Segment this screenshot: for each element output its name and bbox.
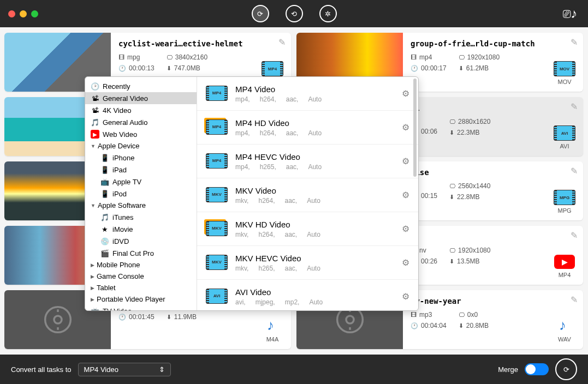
output-label: MOV bbox=[554, 79, 575, 85]
category-label: Game Console bbox=[97, 272, 144, 280]
subcategory-iphone[interactable]: 📱iPhone bbox=[85, 152, 197, 164]
subcategory-ipod[interactable]: 📱iPod bbox=[85, 188, 197, 200]
output-format[interactable]: M4A bbox=[262, 318, 283, 343]
category-game-console[interactable]: Game Console bbox=[85, 271, 197, 282]
format-name: MKV HEVC Video bbox=[235, 254, 402, 263]
edit-icon[interactable]: ✎ bbox=[571, 37, 578, 47]
format-icon: MKV bbox=[206, 187, 228, 203]
subcategory-idvd[interactable]: 💿iDVD bbox=[85, 235, 197, 247]
global-format-value: MP4 Video bbox=[84, 365, 118, 374]
edit-icon[interactable]: ✎ bbox=[571, 295, 578, 305]
file-info: ✎f🎞nv🕐00:26🖵1920x1080⬇13.5MB▶MP4 bbox=[403, 226, 583, 285]
category-portable-video-player[interactable]: Portable Video Player bbox=[85, 293, 197, 305]
global-format-select[interactable]: MP4 Video ⇕ bbox=[78, 363, 171, 376]
category-general-audio[interactable]: 🎵General Audio bbox=[85, 116, 197, 128]
file-size: 22.8MB bbox=[457, 193, 479, 201]
output-label: MPG bbox=[554, 207, 575, 214]
category-tablet[interactable]: Tablet bbox=[85, 282, 197, 293]
subcategory-label: iPhone bbox=[112, 154, 134, 162]
edit-icon[interactable]: ✎ bbox=[571, 101, 578, 112]
file-resolution: 1920x1080 bbox=[467, 53, 500, 61]
convert-mode[interactable]: ⟳ bbox=[252, 5, 269, 22]
file-format: mp4 bbox=[419, 53, 432, 61]
file-info: ✎al🎞🕐00:06🖵2880x1620⬇22.3MBAVIAVI bbox=[403, 97, 583, 156]
minimize-window[interactable] bbox=[20, 10, 27, 17]
file-duration: 00:00:13 bbox=[129, 64, 155, 72]
category-4k-video[interactable]: 📽4K Video bbox=[85, 104, 197, 116]
subcategory-label: iDVD bbox=[112, 237, 129, 245]
download-mode[interactable]: ⟲ bbox=[286, 5, 303, 22]
gear-icon[interactable]: ⚙ bbox=[402, 224, 409, 234]
subcategory-itunes[interactable]: 🎵iTunes bbox=[85, 211, 197, 223]
output-format[interactable]: WAV bbox=[554, 318, 575, 343]
size-icon: ⬇ bbox=[167, 314, 171, 321]
subcategory-ipad[interactable]: 📱iPad bbox=[85, 164, 197, 176]
close-window[interactable] bbox=[8, 10, 15, 17]
format-name: AVI Video bbox=[235, 287, 402, 297]
video-format-icon: MOV bbox=[554, 61, 575, 76]
category-label: General Audio bbox=[103, 118, 147, 127]
scrollbar[interactable] bbox=[413, 79, 417, 177]
format-option[interactable]: MP4MP4 HD Videomp4,h264,aac,Auto⚙ bbox=[197, 111, 418, 145]
gear-icon[interactable]: ⚙ bbox=[402, 257, 409, 268]
size-icon: ⬇ bbox=[449, 129, 454, 136]
category-icon: 🎵 bbox=[91, 118, 99, 127]
gear-icon[interactable]: ⚙ bbox=[402, 291, 409, 302]
category-apple-device[interactable]: Apple Device bbox=[85, 140, 197, 152]
format-option[interactable]: MKVMKV HD Videomkv,h264,aac,Auto⚙ bbox=[197, 212, 418, 246]
category-apple-software[interactable]: Apple Software bbox=[85, 200, 197, 211]
format-selector: 🕑Recently📽General Video📽4K Video🎵General… bbox=[85, 76, 419, 311]
format-option[interactable]: MKVMKV Videomkv,h264,aac,Auto⚙ bbox=[197, 178, 418, 212]
svg-point-1 bbox=[54, 316, 62, 323]
gear-icon[interactable]: ⚙ bbox=[402, 122, 409, 133]
format-details: mkv,h265,aac,Auto bbox=[235, 265, 402, 272]
category-recently[interactable]: 🕑Recently bbox=[85, 80, 197, 92]
edit-icon[interactable]: ✎ bbox=[278, 37, 286, 47]
subcategory-icon: ★ bbox=[100, 225, 109, 233]
edit-icon[interactable]: ✎ bbox=[571, 230, 578, 241]
merge-toggle[interactable] bbox=[525, 363, 549, 375]
format-option[interactable]: MP4MP4 HEVC Videomp4,h265,aac,Auto⚙ bbox=[197, 145, 418, 178]
subcategory-label: iPad bbox=[112, 166, 127, 174]
playlist-icon[interactable]: ⎚♪ bbox=[563, 6, 577, 21]
size-icon: ⬇ bbox=[459, 65, 464, 72]
output-format[interactable]: ▶MP4 bbox=[554, 254, 575, 278]
format-option[interactable]: MKVMKV HEVC Videomkv,h265,aac,Auto⚙ bbox=[197, 246, 418, 280]
category-general-video[interactable]: 📽General Video bbox=[85, 92, 197, 104]
output-label: WAV bbox=[554, 336, 575, 343]
file-duration: 00:06 bbox=[421, 128, 437, 135]
category-mobile-phone[interactable]: Mobile Phone bbox=[85, 259, 197, 271]
duration-icon: 🕐 bbox=[411, 322, 418, 329]
subcategory-imovie[interactable]: ★iMovie bbox=[85, 223, 197, 235]
output-format[interactable]: AVIAVI bbox=[554, 125, 575, 149]
file-size: 61.2MB bbox=[466, 64, 489, 72]
category-web-video[interactable]: ▶Web Video bbox=[85, 128, 197, 140]
gear-icon[interactable]: ⚙ bbox=[402, 156, 409, 166]
category-label: Mobile Phone bbox=[97, 261, 140, 269]
category-label: TV Video bbox=[103, 307, 132, 311]
format-icon: 🎞 bbox=[411, 311, 417, 318]
subcategory-label: iPod bbox=[112, 190, 127, 198]
file-size: 22.3MB bbox=[457, 129, 479, 136]
file-duration: 00:15 bbox=[421, 192, 437, 200]
file-resolution: 2880x1620 bbox=[458, 118, 490, 125]
select-arrows-icon: ⇕ bbox=[159, 365, 165, 374]
output-format[interactable]: MOVMOV bbox=[554, 61, 575, 85]
subcategory-final-cut-pro[interactable]: 🎬Final Cut Pro bbox=[85, 247, 197, 259]
start-convert-button[interactable]: ⟳ bbox=[555, 358, 577, 380]
category-icon: 🕑 bbox=[91, 82, 99, 91]
gear-icon[interactable]: ⚙ bbox=[402, 190, 409, 200]
category-tv-video[interactable]: 📺TV Video bbox=[85, 305, 197, 310]
media-mode[interactable]: ✲ bbox=[319, 5, 337, 22]
output-label: M4A bbox=[262, 336, 283, 343]
maximize-window[interactable] bbox=[31, 10, 38, 17]
traffic-lights bbox=[8, 10, 38, 17]
gear-icon[interactable]: ⚙ bbox=[402, 88, 409, 99]
output-format[interactable]: MPGMPG bbox=[554, 189, 575, 214]
format-details: mp4,h264,aac,Auto bbox=[235, 95, 402, 103]
format-option[interactable]: MP4MP4 Videomp4,h264,aac,Auto⚙ bbox=[197, 77, 418, 111]
file-duration: 00:01:45 bbox=[129, 313, 155, 321]
format-option[interactable]: AVIAVI Videoavi,mjpeg,mp2,Auto⚙ bbox=[197, 280, 418, 310]
subcategory-apple-tv[interactable]: 📺Apple TV bbox=[85, 176, 197, 188]
edit-icon[interactable]: ✎ bbox=[571, 166, 578, 176]
